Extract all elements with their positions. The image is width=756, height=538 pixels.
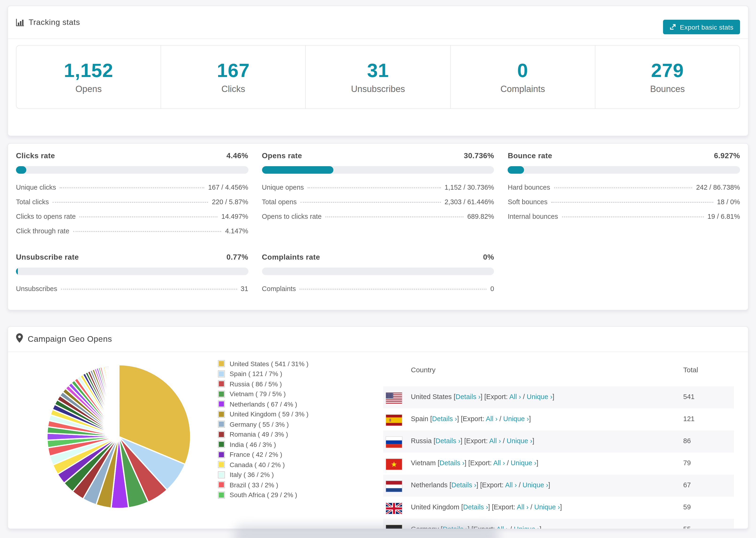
legend-label: Spain ( 121 / 7% ): [230, 370, 282, 378]
export-unique-link[interactable]: Unique ›: [527, 393, 553, 401]
legend-label: Romania ( 49 / 3% ): [230, 431, 288, 438]
legend-label: United Kingdom ( 59 / 3% ): [230, 410, 308, 418]
opens-rate-bar: [262, 166, 494, 174]
details-link[interactable]: Details ›: [440, 459, 464, 467]
complaints-rate-bar: [262, 268, 494, 275]
stat-bounces: 279 Bounces: [595, 45, 739, 108]
details-link[interactable]: Details ›: [432, 415, 457, 422]
details-link[interactable]: Details ›: [463, 503, 488, 511]
export-all-link[interactable]: All ›: [509, 393, 521, 401]
bounces-label: Bounces: [650, 84, 685, 94]
legend-swatch: [218, 391, 225, 398]
legend-item[interactable]: Canada ( 40 / 2% ): [218, 459, 308, 470]
legend-label: Netherlands ( 67 / 4% ): [230, 401, 297, 408]
export-unique-link[interactable]: Unique ›: [523, 481, 549, 489]
geo-table-row: United States [Details ›] [Export: All ›…: [383, 386, 734, 408]
campaign-geo-opens-card: Campaign Geo Opens United States ( 541 /…: [8, 326, 748, 529]
metric-row: Unique clicks167 / 4.456%: [16, 180, 248, 194]
legend-item[interactable]: Germany ( 55 / 3% ): [218, 419, 308, 429]
flag-vn-icon: [386, 459, 402, 470]
legend-item[interactable]: Netherlands ( 67 / 4% ): [218, 399, 308, 409]
export-unique-link[interactable]: Unique ›: [507, 437, 532, 445]
details-link[interactable]: Details ›: [452, 481, 476, 489]
country-name: United States: [411, 393, 452, 401]
stat-opens: 1,152 Opens: [17, 45, 161, 108]
details-link[interactable]: Details ›: [456, 393, 480, 401]
geo-table-header: Country Total: [383, 352, 734, 386]
legend-item[interactable]: United Kingdom ( 59 / 3% ): [218, 409, 308, 419]
flag-us-icon: [386, 393, 402, 404]
export-all-link[interactable]: All ›: [486, 415, 498, 422]
export-unique-link[interactable]: Unique ›: [511, 459, 536, 467]
geo-title: Campaign Geo Opens: [16, 333, 112, 345]
export-unique-link[interactable]: Unique ›: [534, 503, 560, 511]
legend-item[interactable]: Italy ( 36 / 2% ): [218, 470, 308, 480]
clicks-label: Clicks: [221, 84, 245, 94]
export-all-link[interactable]: All ›: [489, 437, 501, 445]
legend-swatch: [218, 381, 225, 388]
export-all-link[interactable]: All ›: [505, 481, 517, 489]
opens-count: 1,152: [64, 60, 113, 82]
export-all-link[interactable]: All ›: [493, 459, 505, 467]
country-total: 67: [683, 481, 691, 489]
country-name: Vietnam: [411, 459, 436, 467]
complaints-label: Complaints: [500, 84, 545, 94]
legend-item[interactable]: Vietnam ( 79 / 5% ): [218, 389, 308, 399]
tracking-stats-title: Tracking stats: [16, 18, 80, 27]
bounces-count: 279: [651, 60, 684, 82]
legend-item[interactable]: Spain ( 121 / 7% ): [218, 369, 308, 379]
unsubscribe-rate-section: Unsubscribe rate 0.77% Unsubscribes31: [16, 253, 248, 296]
stat-complaints: 0 Complaints: [450, 45, 595, 108]
unsubscribes-count: 31: [367, 60, 389, 82]
geo-table-row: Russia [Details ›] [Export: All › / Uniq…: [383, 430, 734, 453]
legend-swatch: [218, 481, 225, 488]
column-total: Total: [683, 366, 698, 374]
export-icon: [670, 23, 676, 31]
metric-row: Clicks to opens rate14.497%: [16, 209, 248, 224]
legend-item[interactable]: Romania ( 49 / 3% ): [218, 429, 308, 439]
export-unique-link[interactable]: Unique ›: [503, 415, 529, 422]
country-total: 79: [683, 459, 691, 467]
unsubscribe-rate-title: Unsubscribe rate: [16, 253, 79, 261]
legend-item[interactable]: South Africa ( 29 / 2% ): [218, 490, 308, 500]
country-name: Russia: [411, 437, 432, 445]
legend-item[interactable]: India ( 46 / 3% ): [218, 439, 308, 450]
export-all-link[interactable]: All ›: [496, 525, 508, 529]
unsubscribe-rate-bar: [16, 268, 248, 275]
legend-item[interactable]: Russia ( 86 / 5% ): [218, 379, 308, 389]
metric-row: Complaints0: [262, 281, 494, 296]
country-name: United Kingdom: [411, 503, 459, 511]
country-total: 59: [683, 503, 691, 511]
map-pin-icon: [16, 333, 23, 345]
overview-stats-row: 1,152 Opens 167 Clicks 31 Unsubscribes 0…: [16, 45, 740, 109]
legend-swatch: [218, 492, 225, 499]
legend-item[interactable]: France ( 42 / 2% ): [218, 450, 308, 459]
opens-label: Opens: [75, 84, 102, 94]
stat-unsubscribes: 31 Unsubscribes: [305, 45, 450, 108]
complaints-rate-title: Complaints rate: [262, 253, 320, 261]
complaints-rate-section: Complaints rate 0% Complaints0: [262, 253, 494, 296]
unsubscribe-rate-value: 0.77%: [227, 253, 248, 261]
pie-slice[interactable]: [119, 365, 119, 437]
metric-row: Click through rate4.147%: [16, 224, 248, 238]
export-unique-link[interactable]: Unique ›: [514, 525, 540, 529]
bar-chart-icon: [16, 18, 25, 27]
legend-swatch: [218, 370, 225, 377]
country-total: 121: [683, 415, 694, 422]
bounce-rate-value: 6.927%: [714, 152, 740, 160]
geo-table: Country Total United States [Details ›] …: [383, 352, 734, 529]
country-total: 86: [683, 437, 691, 445]
legend-swatch: [218, 471, 225, 478]
stat-clicks: 167 Clicks: [161, 45, 305, 108]
details-link[interactable]: Details ›: [436, 437, 460, 445]
legend-item[interactable]: United States ( 541 / 31% ): [218, 359, 308, 369]
metric-row: Total opens2,303 / 61.446%: [262, 194, 494, 209]
legend-label: India ( 46 / 3% ): [230, 441, 276, 448]
export-all-link[interactable]: All ›: [517, 503, 528, 511]
geo-opens-pie-chart[interactable]: [44, 361, 194, 512]
export-basic-stats-button[interactable]: Export basic stats: [663, 20, 740, 34]
legend-item[interactable]: Brazil ( 33 / 2% ): [218, 480, 308, 490]
metric-row: Opens to clicks rate689.82%: [262, 209, 494, 224]
legend-label: United States ( 541 / 31% ): [230, 360, 308, 368]
flag-nl-icon: [386, 481, 402, 492]
